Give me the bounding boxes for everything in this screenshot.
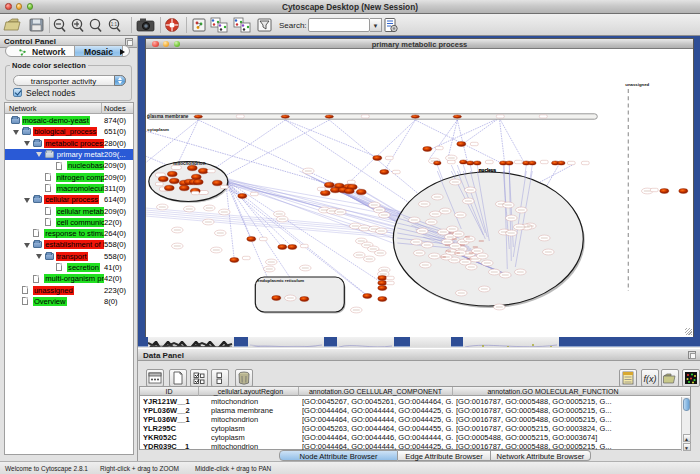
svg-text:nucleus: nucleus (479, 168, 497, 173)
svg-text:mitochondrion: mitochondrion (173, 161, 205, 166)
svg-text:1:1: 1:1 (111, 22, 118, 27)
svg-text:unassigned: unassigned (625, 82, 649, 87)
svg-text:plasma membrane: plasma membrane (147, 114, 189, 119)
svg-text:endoplasmic reticulum: endoplasmic reticulum (257, 278, 304, 283)
svg-text:cytoplasm: cytoplasm (147, 127, 169, 132)
svg-text:f(x): f(x) (644, 374, 657, 384)
